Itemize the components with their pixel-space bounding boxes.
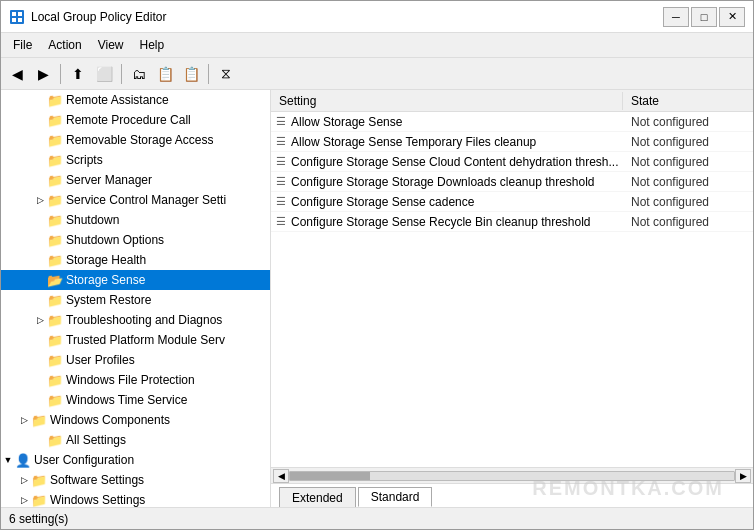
- svg-rect-3: [12, 18, 16, 22]
- menu-item-file[interactable]: File: [5, 35, 40, 55]
- tree-item-service-control[interactable]: ▷ 📁 Service Control Manager Setti: [1, 190, 270, 210]
- right-hscroll-thumb[interactable]: [290, 472, 370, 480]
- row-name-recycle-bin: Configure Storage Sense Recycle Bin clea…: [291, 215, 623, 229]
- tree-item-shutdown-options[interactable]: 📁 Shutdown Options: [1, 230, 270, 250]
- tree-label-service-control: Service Control Manager Setti: [66, 193, 226, 207]
- list-row-downloads-cleanup[interactable]: ☰ Configure Storage Storage Downloads cl…: [271, 172, 753, 192]
- tree-item-remote-assistance[interactable]: 📁 Remote Assistance: [1, 90, 270, 110]
- tree-label-server-manager: Server Manager: [66, 173, 152, 187]
- tree-item-windows-components[interactable]: ▷ 📁 Windows Components: [1, 410, 270, 430]
- minimize-button[interactable]: ─: [663, 7, 689, 27]
- new-window-button[interactable]: 🗂: [127, 62, 151, 86]
- back-button[interactable]: ◀: [5, 62, 29, 86]
- right-header: Setting State: [271, 90, 753, 112]
- tree-item-removable-storage[interactable]: 📁 Removable Storage Access: [1, 130, 270, 150]
- row-state-allow-storage-sense: Not configured: [623, 115, 753, 129]
- right-scroll-left-btn[interactable]: ◀: [273, 469, 289, 483]
- right-scroll-right-btn[interactable]: ▶: [735, 469, 751, 483]
- tree-item-user-profiles[interactable]: 📁 User Profiles: [1, 350, 270, 370]
- tree-item-scripts[interactable]: 📁 Scripts: [1, 150, 270, 170]
- tree-item-storage-health[interactable]: 📁 Storage Health: [1, 250, 270, 270]
- tree-item-system-restore[interactable]: 📁 System Restore: [1, 290, 270, 310]
- expand-remote-procedure: [33, 113, 47, 127]
- row-name-cloud-content: Configure Storage Sense Cloud Content de…: [291, 155, 623, 169]
- menu-item-action[interactable]: Action: [40, 35, 89, 55]
- toolbar-separator-1: [60, 64, 61, 84]
- forward-button[interactable]: ▶: [31, 62, 55, 86]
- folder-icon: 📁: [47, 353, 63, 368]
- list-row-cadence[interactable]: ☰ Configure Storage Sense cadence Not co…: [271, 192, 753, 212]
- tree-label-scripts: Scripts: [66, 153, 103, 167]
- row-name-allow-temp-files: Allow Storage Sense Temporary Files clea…: [291, 135, 623, 149]
- list-row-cloud-content[interactable]: ☰ Configure Storage Sense Cloud Content …: [271, 152, 753, 172]
- tree-item-shutdown[interactable]: 📁 Shutdown: [1, 210, 270, 230]
- tree-item-user-configuration[interactable]: ▼ 👤 User Configuration: [1, 450, 270, 470]
- row-icon-cadence: ☰: [271, 195, 291, 208]
- extended-view-button[interactable]: 📋: [179, 62, 203, 86]
- expand-service-control[interactable]: ▷: [33, 193, 47, 207]
- folder-icon: 📁: [47, 253, 63, 268]
- toolbar-separator-2: [121, 64, 122, 84]
- right-hscroll: ◀ ▶: [271, 467, 753, 483]
- expand-server-manager: [33, 173, 47, 187]
- row-state-cloud-content: Not configured: [623, 155, 753, 169]
- list-row-allow-storage-sense[interactable]: ☰ Allow Storage Sense Not configured: [271, 112, 753, 132]
- list-row-recycle-bin[interactable]: ☰ Configure Storage Sense Recycle Bin cl…: [271, 212, 753, 232]
- close-button[interactable]: ✕: [719, 7, 745, 27]
- expand-remote-assistance: [33, 93, 47, 107]
- menu-item-view[interactable]: View: [90, 35, 132, 55]
- filter-button[interactable]: ⧖: [214, 62, 238, 86]
- toolbar: ◀ ▶ ⬆ ⬜ 🗂 📋 📋 ⧖: [1, 58, 753, 90]
- tree-item-troubleshooting[interactable]: ▷ 📁 Troubleshooting and Diagnos: [1, 310, 270, 330]
- tree-item-server-manager[interactable]: 📁 Server Manager: [1, 170, 270, 190]
- folder-icon: 📁: [31, 473, 47, 488]
- list-row-allow-temp-files[interactable]: ☰ Allow Storage Sense Temporary Files cl…: [271, 132, 753, 152]
- properties-button[interactable]: 📋: [153, 62, 177, 86]
- tree-label-windows-time: Windows Time Service: [66, 393, 187, 407]
- tab-standard[interactable]: Standard: [358, 487, 433, 507]
- tree-item-storage-sense[interactable]: 📂 Storage Sense: [1, 270, 270, 290]
- tree-label-windows-components: Windows Components: [50, 413, 170, 427]
- expand-user-profiles: [33, 353, 47, 367]
- menu-item-help[interactable]: Help: [132, 35, 173, 55]
- expand-system-restore: [33, 293, 47, 307]
- tree-label-remote-assistance: Remote Assistance: [66, 93, 169, 107]
- tree-item-windows-settings[interactable]: ▷ 📁 Windows Settings: [1, 490, 270, 507]
- row-icon-allow-temp-files: ☰: [271, 135, 291, 148]
- expand-removable-storage: [33, 133, 47, 147]
- expand-windows-file-protection: [33, 373, 47, 387]
- expand-windows-components[interactable]: ▷: [17, 413, 31, 427]
- tree-label-remote-procedure: Remote Procedure Call: [66, 113, 191, 127]
- folder-icon: 📁: [47, 433, 63, 448]
- maximize-button[interactable]: □: [691, 7, 717, 27]
- title-bar: Local Group Policy Editor ─ □ ✕: [1, 1, 753, 33]
- svg-rect-2: [18, 12, 22, 16]
- expand-troubleshooting[interactable]: ▷: [33, 313, 47, 327]
- tree-item-all-settings[interactable]: 📁 All Settings: [1, 430, 270, 450]
- expand-user-configuration[interactable]: ▼: [1, 453, 15, 467]
- tree-item-tpm[interactable]: 📁 Trusted Platform Module Serv: [1, 330, 270, 350]
- folder-icon: 📁: [31, 493, 47, 508]
- folder-icon: 📁: [47, 233, 63, 248]
- show-hide-button[interactable]: ⬜: [92, 62, 116, 86]
- tree-label-user-profiles: User Profiles: [66, 353, 135, 367]
- tree-item-remote-procedure[interactable]: 📁 Remote Procedure Call: [1, 110, 270, 130]
- expand-software-settings[interactable]: ▷: [17, 473, 31, 487]
- app-icon: [9, 9, 25, 25]
- tab-extended[interactable]: Extended: [279, 487, 356, 507]
- folder-icon: 📁: [47, 333, 63, 348]
- tree-label-windows-settings: Windows Settings: [50, 493, 145, 507]
- right-panel: Setting State ☰ Allow Storage Sense Not …: [271, 90, 753, 507]
- folder-icon-selected: 📂: [47, 273, 63, 288]
- expand-windows-settings[interactable]: ▷: [17, 493, 31, 507]
- svg-rect-1: [12, 12, 16, 16]
- folder-icon: 📁: [47, 313, 63, 328]
- tree-item-windows-file-protection[interactable]: 📁 Windows File Protection: [1, 370, 270, 390]
- status-bar: 6 setting(s): [1, 507, 753, 529]
- setting-column-header: Setting: [271, 92, 623, 110]
- tree-label-user-configuration: User Configuration: [34, 453, 134, 467]
- tree-item-windows-time[interactable]: 📁 Windows Time Service: [1, 390, 270, 410]
- tree-item-software-settings[interactable]: ▷ 📁 Software Settings: [1, 470, 270, 490]
- expand-scripts: [33, 153, 47, 167]
- up-button[interactable]: ⬆: [66, 62, 90, 86]
